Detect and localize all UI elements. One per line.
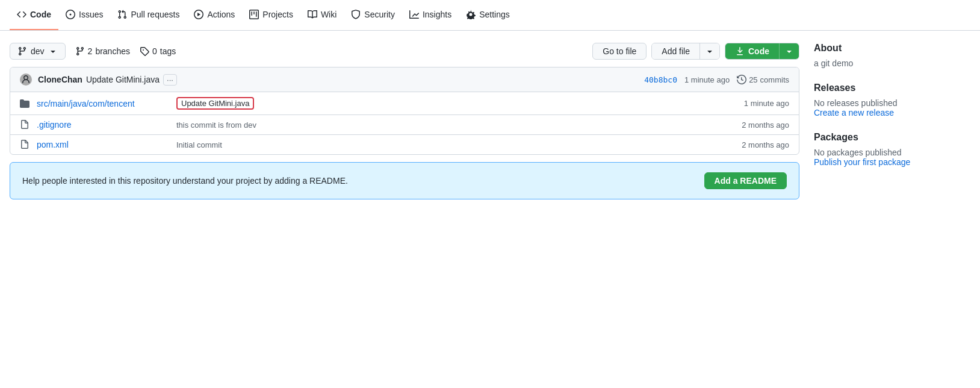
nav-insights[interactable]: Insights	[402, 0, 459, 30]
readme-prompt: Help people interested in this repositor…	[10, 162, 799, 199]
insights-icon	[409, 10, 419, 19]
nav-wiki-label: Wiki	[321, 10, 336, 19]
packages-title: Packages	[814, 132, 970, 143]
nav-security-label: Security	[364, 10, 395, 19]
nav-pull-requests-label: Pull requests	[131, 10, 179, 19]
releases-title: Releases	[814, 83, 970, 93]
publish-package-link[interactable]: Publish your first package	[814, 157, 970, 167]
branch-bar: dev 2 branches 0 tags Go to file	[10, 43, 799, 60]
commit-info: CloneChan Update GitMini.java ···	[38, 74, 638, 86]
nav-projects-label: Projects	[262, 10, 293, 19]
add-file-chevron-icon	[705, 46, 715, 56]
packages-desc: No packages published	[814, 148, 970, 157]
nav-actions[interactable]: Actions	[187, 0, 242, 30]
file-icon-1	[20, 120, 29, 130]
code-chevron-icon	[784, 46, 794, 56]
commit-author: CloneChan	[38, 75, 82, 84]
main-layout: dev 2 branches 0 tags Go to file	[0, 31, 980, 211]
nav-issues-label: Issues	[79, 10, 103, 19]
nav-code[interactable]: Code	[10, 0, 58, 30]
go-to-file-button[interactable]: Go to file	[592, 43, 647, 60]
issues-icon	[66, 10, 75, 19]
about-desc: a git demo	[814, 58, 970, 68]
file-icon-2	[20, 140, 29, 149]
top-nav: Code Issues Pull requests Actions Projec…	[0, 0, 980, 31]
file-name-pom[interactable]: pom.xml	[37, 140, 169, 149]
about-title: About	[814, 43, 970, 54]
nav-insights-label: Insights	[423, 10, 451, 19]
actions-icon	[194, 10, 203, 19]
nav-wiki[interactable]: Wiki	[300, 0, 344, 30]
nav-issues[interactable]: Issues	[58, 0, 110, 30]
nav-projects[interactable]: Projects	[242, 0, 300, 30]
add-file-button[interactable]: Add file	[652, 43, 699, 59]
add-file-label: Add file	[662, 46, 690, 56]
nav-settings[interactable]: Settings	[459, 0, 517, 30]
wiki-icon	[308, 10, 317, 19]
file-commit-pom: Initial commit	[176, 140, 734, 149]
tag-icon	[140, 46, 149, 56]
code-button[interactable]: Code	[725, 43, 779, 59]
file-name-gitignore[interactable]: .gitignore	[37, 120, 169, 130]
nav-actions-label: Actions	[207, 10, 235, 19]
nav-code-label: Code	[30, 10, 51, 19]
create-release-link[interactable]: Create a new release	[814, 108, 970, 117]
file-row-folder: src/main/java/com/tencent Update GitMini…	[10, 92, 799, 115]
branch-selector[interactable]: dev	[10, 43, 66, 60]
history-icon	[737, 75, 746, 84]
folder-time: 1 minute ago	[744, 99, 789, 108]
code-dropdown-button[interactable]	[779, 43, 799, 59]
folder-link[interactable]: src/main/java/com/tencent	[37, 99, 135, 108]
branch-selector-icon	[17, 46, 27, 56]
folder-commit-highlighted: Update GitMini.java	[176, 97, 254, 110]
commit-time: 1 minute ago	[684, 75, 730, 84]
branch-count-icon	[75, 46, 85, 56]
go-to-file-label: Go to file	[603, 46, 636, 56]
add-readme-button[interactable]: Add a README	[704, 172, 787, 189]
code-label: Code	[748, 46, 769, 56]
settings-icon	[466, 10, 476, 19]
code-split-button: Code	[725, 43, 799, 60]
branch-bar-right: Go to file Add file Code	[592, 43, 799, 60]
tags-label: tags	[160, 46, 176, 56]
tags-count[interactable]: 0 tags	[140, 46, 176, 56]
folder-commit-message: Update GitMini.java	[176, 97, 737, 110]
file-row-pom: pom.xml Initial commit 2 months ago	[10, 135, 799, 154]
projects-icon	[249, 10, 259, 19]
file-time-pom: 2 months ago	[742, 140, 789, 149]
commits-count: 25	[749, 75, 757, 84]
commit-history[interactable]: 25 commits	[737, 75, 789, 84]
pull-request-icon	[117, 10, 127, 19]
author-avatar	[20, 74, 32, 86]
commit-meta: 40b8bc0 1 minute ago 25 commits	[644, 75, 789, 84]
file-commit-gitignore: this commit is from dev	[176, 120, 734, 130]
nav-pull-requests[interactable]: Pull requests	[110, 0, 187, 30]
commits-label: commits	[760, 75, 789, 84]
commit-header: CloneChan Update GitMini.java ··· 40b8bc…	[10, 67, 799, 92]
file-link-gitignore[interactable]: .gitignore	[37, 120, 72, 130]
file-table: CloneChan Update GitMini.java ··· 40b8bc…	[10, 67, 799, 155]
sidebar-about: About a git demo	[814, 43, 970, 68]
file-row-gitignore: .gitignore this commit is from dev 2 mon…	[10, 115, 799, 135]
commit-sha[interactable]: 40b8bc0	[644, 75, 677, 84]
tags-count-text: 0	[152, 46, 157, 56]
releases-desc: No releases published	[814, 98, 970, 108]
readme-prompt-text: Help people interested in this repositor…	[22, 176, 348, 186]
commit-dots-button[interactable]: ···	[163, 74, 177, 86]
add-file-dropdown-button[interactable]	[699, 43, 719, 59]
branch-bar-left: dev 2 branches 0 tags	[10, 43, 176, 60]
avatar-icon	[21, 75, 31, 84]
code-icon	[17, 10, 26, 19]
folder-name[interactable]: src/main/java/com/tencent	[37, 99, 169, 108]
nav-settings-label: Settings	[479, 10, 510, 19]
nav-security[interactable]: Security	[344, 0, 402, 30]
branches-count-text: 2	[88, 46, 93, 56]
commit-message: Update GitMini.java	[86, 75, 160, 84]
file-link-pom[interactable]: pom.xml	[37, 140, 69, 149]
sidebar-releases: Releases No releases published Create a …	[814, 83, 970, 117]
branches-label: branches	[95, 46, 130, 56]
branches-count[interactable]: 2 branches	[75, 46, 130, 56]
folder-icon	[20, 99, 29, 108]
repo-content: dev 2 branches 0 tags Go to file	[10, 43, 799, 199]
sidebar: About a git demo Releases No releases pu…	[814, 43, 970, 199]
